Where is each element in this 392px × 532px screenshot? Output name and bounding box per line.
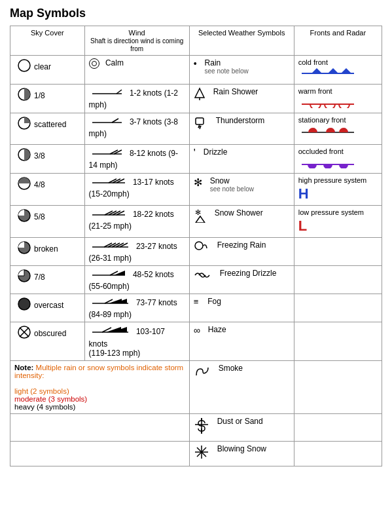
wind-18-22-barb (89, 208, 128, 221)
fronts-empty-3 (294, 294, 382, 322)
weather-label-rain: Rain (205, 58, 221, 67)
stationary-front-label: stationary front (298, 116, 378, 124)
sky-obscured: obscured (10, 322, 85, 361)
svg-marker-2 (312, 68, 322, 73)
note-cell: Note: Multiple rain or snow symbols indi… (10, 361, 190, 414)
table-row: 1/8 1-2 knots (1-2 mph) (10, 85, 382, 113)
table-row: scattered 3-7 knots (3-8 mph) (10, 113, 382, 145)
sky-label-18: 1/8 (34, 91, 45, 100)
wind-1-2: 1-2 knots (1-2 mph) (84, 85, 189, 113)
wind-103-107-barb (89, 325, 132, 339)
broken-icon (17, 240, 31, 255)
map-symbols-table: Sky Cover WindShaft is direction wind is… (10, 26, 382, 466)
freezing-rain-icon (194, 240, 209, 256)
svg-line-43 (116, 243, 124, 247)
wind-23-27-barb (89, 240, 132, 254)
wind-3-7: 3-7 knots (3-8 mph) (84, 113, 189, 145)
table-row: 7/8 48-52 knots (55-60mph) (10, 266, 382, 294)
weather-label-smoke: Smoke (219, 364, 243, 373)
svg-point-54 (18, 298, 30, 310)
weather-label-freezing-drizzle: Freezing Drizzle (220, 269, 277, 278)
sky-78: 7/8 (10, 266, 85, 294)
wind-13-17-barb (89, 176, 128, 189)
sky-label-obscured: obscured (34, 329, 66, 338)
sky-wind-empty-dust (10, 414, 190, 442)
front-occluded: occluded front (294, 145, 382, 174)
svg-text:✻: ✻ (195, 208, 201, 216)
sky-scattered: scattered (10, 113, 85, 145)
note-heavy: heavy (4 symbols) (14, 403, 75, 411)
weather-label-thunderstorm: Thunderstorm (216, 116, 265, 125)
svg-line-7 (116, 90, 122, 94)
low-pressure-label: low pressure system (298, 208, 378, 216)
weather-label-rain-shower: Rain Shower (213, 87, 258, 96)
weather-drizzle: ' Drizzle (189, 145, 294, 174)
col-header-fronts: Fronts and Radar (294, 26, 382, 56)
note-light: light (2 symbols) (14, 387, 69, 395)
table-row: clear Calm • Rain see note below cold fr… (10, 56, 382, 85)
svg-line-29 (116, 179, 124, 183)
svg-line-31 (109, 179, 116, 183)
svg-line-42 (120, 243, 128, 247)
svg-line-13 (112, 119, 118, 123)
svg-line-24 (114, 150, 122, 154)
weather-label-snow: Snow (210, 176, 230, 185)
rain-shower-icon (194, 87, 205, 104)
note-moderate: moderate (3 symbols) (14, 395, 87, 403)
svg-marker-57 (109, 299, 122, 303)
svg-line-45 (108, 243, 116, 247)
page-title: Map Symbols (10, 7, 382, 20)
fog-icon: ≡ (194, 297, 200, 307)
svg-line-46 (104, 243, 112, 247)
weather-thunderstorm: Thunderstorm (189, 113, 294, 145)
sky-48-icon (17, 176, 31, 191)
weather-rain: • Rain see note below (189, 56, 294, 85)
wind-8-12-barb (89, 147, 125, 161)
wind-48-52: 48-52 knots (55-60mph) (84, 266, 189, 294)
table-row: 4/8 13-17 knots (15-20mph) ✻ Snow see n (10, 174, 382, 206)
weather-freezing-rain: Freezing Rain (189, 238, 294, 266)
drizzle-icon: ' (194, 147, 196, 159)
weather-label-blowing-snow: Blowing Snow (217, 444, 266, 453)
sky-label-78: 7/8 (34, 273, 45, 282)
sky-label-clear: clear (34, 62, 51, 71)
sky-58: 5/8 (10, 206, 85, 238)
wind-label-calm: Calm (105, 58, 124, 67)
fronts-empty-7 (294, 442, 382, 466)
stationary-front-symbol (298, 125, 378, 142)
front-high: high pressure system H (294, 174, 382, 206)
sky-38-icon (17, 147, 31, 162)
clear-icon (17, 58, 31, 73)
col-header-sky: Sky Cover (10, 26, 85, 56)
fronts-empty-6 (294, 414, 382, 442)
obscured-icon (17, 325, 31, 339)
sky-58-icon (17, 208, 31, 223)
sky-18: 1/8 (10, 85, 85, 113)
note-text: Multiple rain or snow symbols indicate s… (14, 364, 183, 379)
weather-label-dust: Dust or Sand (217, 417, 263, 426)
front-warm: warm front (294, 85, 382, 113)
weather-snow: ✻ Snow see note below (189, 174, 294, 206)
weather-label-snow-shower: Snow Shower (215, 208, 263, 218)
weather-smoke: Smoke (189, 361, 294, 414)
smoke-icon (194, 364, 211, 380)
front-cold: cold front (294, 56, 382, 85)
table-row: broken 23-27 knots (26-31 mph) (10, 238, 382, 266)
fronts-empty-2 (294, 266, 382, 294)
weather-label-drizzle: Drizzle (204, 147, 228, 157)
svg-line-44 (112, 243, 120, 247)
snow-shower-icon: ✻ (194, 208, 207, 225)
sky-label-58: 5/8 (34, 212, 45, 221)
table-row: 3/8 8-12 knots (9-14 mph) ' Drizzle (10, 145, 382, 174)
cold-front-label: cold front (298, 58, 378, 66)
svg-line-35 (113, 211, 120, 215)
snow-icon: ✻ (194, 176, 202, 189)
sky-label-48: 4/8 (34, 180, 45, 189)
rain-icon: • (194, 58, 197, 69)
table-row-note: Note: Multiple rain or snow symbols indi… (10, 361, 382, 414)
cold-front-symbol (298, 67, 378, 81)
overcast-icon (17, 297, 31, 311)
weather-snow-shower: ✻ Snow Shower (189, 206, 294, 238)
weather-dust: Dust or Sand (189, 414, 294, 442)
sky-wind-empty-blowing (10, 442, 190, 466)
